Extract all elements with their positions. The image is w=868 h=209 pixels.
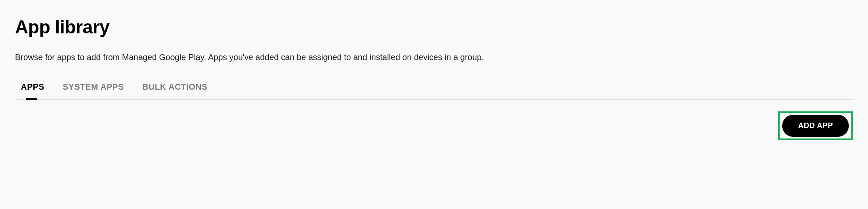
tab-bulk-actions[interactable]: BULK ACTIONS bbox=[142, 82, 207, 99]
add-app-button[interactable]: ADD APP bbox=[782, 115, 849, 137]
tab-system-apps[interactable]: SYSTEM APPS bbox=[63, 82, 124, 99]
highlight-box: ADD APP bbox=[778, 111, 853, 140]
tab-apps[interactable]: APPS bbox=[21, 82, 44, 99]
page-title: App library bbox=[15, 17, 853, 38]
actions-row: ADD APP bbox=[15, 100, 853, 140]
page-description: Browse for apps to add from Managed Goog… bbox=[15, 53, 853, 62]
tabs-container: APPS SYSTEM APPS BULK ACTIONS bbox=[15, 82, 853, 100]
